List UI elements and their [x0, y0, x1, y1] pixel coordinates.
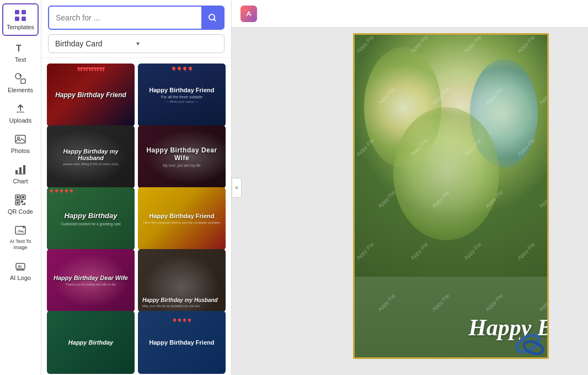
svg-text:AI: AI [18, 265, 22, 268]
sidebar-item-elements[interactable]: Elements [0, 67, 41, 98]
svg-rect-9 [15, 170, 18, 174]
sidebar-item-ai-text-to-image[interactable]: AI Text To Image [0, 219, 41, 255]
template-card[interactable]: Happy Birthday Dear Wife My love, you ar… [138, 125, 226, 188]
card-7-subtitle: Thank you for being my ride or die [66, 283, 116, 286]
template-grid: 🎀🎀🎀🎀🎀 Happy Birthday Friend 🎈🎈🎈🎈 Happy B… [41, 58, 231, 375]
card-9-title: Happy Birthday [68, 339, 113, 346]
sidebar-item-text-label: Text [15, 56, 26, 63]
upload-icon [14, 102, 27, 115]
sidebar-item-ai-text-to-image-label: AI Text To Image [2, 239, 39, 251]
card-5-subtitle: Customize content for a greeting card [61, 222, 120, 226]
template-card[interactable]: Happy Birthday my Husband May your life … [138, 249, 226, 312]
sidebar-item-chart-label: Chart [13, 178, 28, 184]
sidebar-item-qrcode-label: QR Code [8, 208, 33, 215]
collapse-icon: « [235, 184, 238, 191]
template-card[interactable]: Happy Birthday Friend Here the computer … [138, 187, 226, 250]
search-bar[interactable] [48, 6, 224, 30]
svg-rect-19 [24, 203, 25, 205]
card-8-subtitle: May your life be as beautiful as you are [142, 304, 200, 308]
template-card[interactable]: Happy Birthday Dear Wife Thank you for b… [47, 249, 135, 312]
card-6-title: Happy Birthday Friend [149, 213, 215, 219]
sidebar-item-photos[interactable]: Photos [0, 128, 41, 159]
collapse-panel-button[interactable]: « [232, 178, 242, 198]
template-card[interactable]: 🎈🎈🎈🎈 Happy Birthday Friend For all the t… [138, 64, 226, 126]
qr-icon [14, 193, 27, 207]
grid-icon [14, 9, 27, 22]
templates-panel: Birthday Card ▾ 🎀🎀🎀🎀🎀 Happy Birthday Fri… [41, 0, 232, 375]
svg-rect-15 [22, 196, 24, 198]
card-7-title: Happy Birthday Dear Wife [54, 274, 128, 281]
svg-rect-1 [22, 10, 26, 14]
svg-rect-3 [22, 17, 26, 21]
sidebar-item-uploads[interactable]: Uploads [0, 98, 41, 128]
sidebar-item-uploads-label: Uploads [9, 117, 31, 124]
svg-rect-10 [19, 167, 22, 174]
svg-rect-2 [15, 17, 19, 21]
template-card[interactable]: 🎈🎈🎈🎈 Happy Birthday Friend [138, 311, 226, 374]
sidebar-item-templates-label: Templates [7, 24, 34, 30]
card-1-title: Happy Birthday Friend [51, 91, 131, 99]
card-8-title: Happy Birthday my Husband [142, 297, 218, 303]
card-5-title: Happy Birthday [64, 212, 117, 220]
app-logo [240, 6, 257, 22]
svg-rect-17 [17, 202, 19, 204]
template-card[interactable]: 🎈🎈🎈🎈🎈 Happy Birthday Customize content f… [47, 187, 135, 250]
category-select[interactable]: Birthday Card ▾ [48, 34, 224, 53]
svg-rect-7 [15, 135, 25, 143]
sidebar-item-ai-logo-label: AI Logo [10, 274, 31, 281]
svg-rect-20 [22, 204, 24, 205]
text-icon: T [14, 41, 27, 55]
top-bar [232, 0, 588, 28]
card-6-subtitle: Here the computer theme use the computer… [143, 221, 220, 224]
sidebar-item-templates[interactable]: Templates [2, 3, 39, 36]
svg-text:T: T [16, 44, 22, 53]
ai-logo-icon: AI [14, 260, 27, 273]
ribbon-decoration [503, 313, 547, 357]
sidebar-item-chart[interactable]: Chart [0, 159, 41, 189]
sidebar-item-qrcode[interactable]: QR Code [0, 189, 41, 219]
card-2-title: Happy Birthday Friend [149, 87, 215, 93]
card-10-title: Happy Birthday Friend [149, 339, 215, 346]
chart-icon [14, 163, 27, 176]
chevron-down-icon: ▾ [136, 40, 217, 47]
template-card[interactable]: Happy Birthday my Husband please wait, l… [47, 125, 135, 188]
sidebar: Templates T Text Elements Uploads [0, 0, 41, 375]
svg-rect-6 [21, 79, 25, 83]
template-card[interactable]: 🎀🎀🎀🎀🎀 Happy Birthday Friend [47, 64, 135, 126]
template-card[interactable]: Happy Birthday [47, 311, 135, 374]
canvas-card[interactable]: Appy Pie Appy Pie Appy Pie Appy Pie Appy… [353, 33, 549, 359]
sidebar-item-text[interactable]: T Text [0, 37, 41, 67]
card-3-subtitle: please wait, lifting 0.5% (4 votes only) [63, 162, 118, 166]
canvas-wrapper: Appy Pie Appy Pie Appy Pie Appy Pie Appy… [353, 33, 549, 359]
svg-rect-25 [243, 8, 254, 19]
svg-rect-0 [15, 10, 19, 14]
panel-search-area: Birthday Card ▾ [41, 0, 231, 58]
flower-layer [355, 35, 547, 277]
sidebar-item-ai-logo[interactable]: AI AI Logo [0, 255, 41, 286]
sidebar-item-photos-label: Photos [11, 147, 30, 154]
svg-point-8 [18, 137, 20, 139]
ai-image-icon [14, 224, 27, 237]
svg-rect-11 [23, 165, 25, 174]
svg-rect-18 [21, 200, 23, 203]
card-4-title: Happy Birthday Dear Wife [141, 146, 222, 162]
search-button[interactable] [201, 7, 223, 29]
card-4-subtitle: My love, you are my life [163, 163, 200, 167]
photo-icon [14, 133, 27, 146]
search-input[interactable] [49, 8, 201, 27]
card-2-subtitle: For all the three suitable [161, 95, 202, 99]
elements-icon [14, 72, 27, 85]
sidebar-item-elements-label: Elements [8, 87, 33, 93]
card-3-title: Happy Birthday my Husband [50, 148, 131, 161]
category-selected-label: Birthday Card [55, 39, 136, 48]
svg-rect-13 [17, 196, 19, 198]
